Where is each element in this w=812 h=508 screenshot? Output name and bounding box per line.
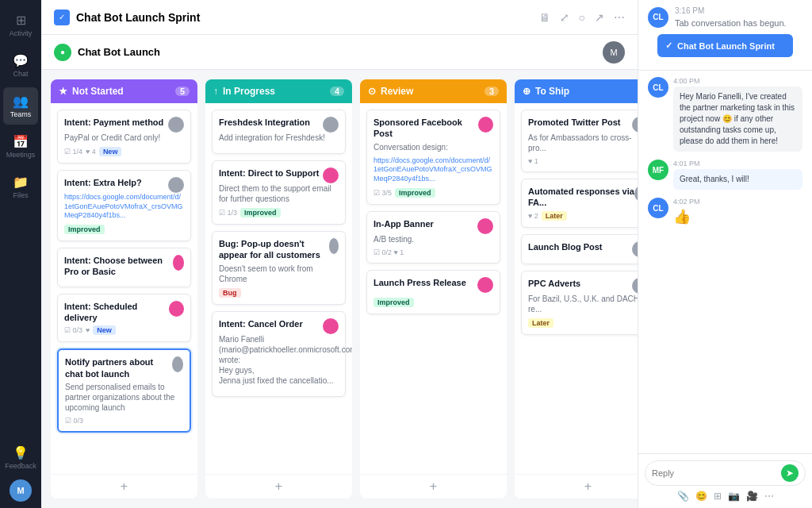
card-desc: As for Ambassadors to cross-pro... <box>528 133 638 153</box>
emoji-icon[interactable]: 😊 <box>695 491 707 502</box>
not-started-cards: Intent: Payment method PayPal or Credit … <box>51 103 197 471</box>
add-card-review[interactable]: + <box>360 474 507 498</box>
new-badge: New <box>99 147 122 156</box>
more-tools-icon[interactable]: ⋯ <box>764 491 774 502</box>
to-ship-cards: Promoted Twitter Post As for Ambassadors… <box>515 103 638 471</box>
card-avatar <box>323 318 339 334</box>
card-stat: ☑ 0/2 ♥ 1 <box>373 248 404 256</box>
expand-icon[interactable]: ⤢ <box>560 11 569 24</box>
card-footer: Improved <box>64 225 184 234</box>
not-started-count: 5 <box>175 87 190 96</box>
card-extra-help[interactable]: Intent: Extra Help? https://docs.google.… <box>57 170 191 241</box>
circle-icon[interactable]: ○ <box>579 11 585 24</box>
card-desc: Conversation design: <box>373 142 493 152</box>
feedback-icon: 💡 <box>13 445 29 460</box>
card-freshdesk[interactable]: Freshdesk Integration Add integration fo… <box>212 110 346 154</box>
card-facebook-post[interactable]: Sponsored Facebook Post Conversation des… <box>366 110 500 205</box>
chat-body-2: 4:02 PM 👍 <box>673 198 802 227</box>
chat-text-1: Great, thanks, I will! <box>673 169 802 190</box>
chat-system-time: 3:16 PM <box>675 6 787 15</box>
to-ship-icon: ⊕ <box>523 86 530 97</box>
card-desc: Add integration for Freshdesk! <box>219 133 339 143</box>
card-likes: ♥ 1 <box>528 157 538 165</box>
card-footer: ☑ 0/3 <box>65 417 183 425</box>
grid-icon[interactable]: ⊞ <box>714 491 722 502</box>
chat-messages: CL 4:00 PM Hey Mario Fanelli, I've creat… <box>638 71 812 453</box>
review-count: 3 <box>485 87 499 96</box>
card-avatar <box>329 238 339 254</box>
more-icon[interactable]: ⋯ <box>614 11 625 24</box>
sidebar-label-files: Files <box>13 191 28 199</box>
column-header-in-progress: ↑ In Progress 4 <box>205 79 352 103</box>
card-footer: ☑ 1/4 ♥ 4 New <box>64 147 184 156</box>
sidebar-label-meetings: Meetings <box>6 151 36 159</box>
card-avatar <box>477 277 493 293</box>
sidebar-label-teams: Teams <box>10 110 32 118</box>
chat-input-area: ➤ 📎 😊 ⊞ 📷 🎥 ⋯ <box>638 453 812 508</box>
card-cancel-order[interactable]: Intent: Cancel Order Mario Fanelli (mari… <box>212 311 346 397</box>
user-avatar[interactable]: M <box>10 479 32 502</box>
card-in-app-banner[interactable]: In-App Banner A/B testing. ☑ 0/2 ♥ 1 <box>366 211 500 264</box>
main-area: ✓ Chat Bot Launch Sprint 🖥 ⤢ ○ ↗ ⋯ ● Cha… <box>41 0 638 508</box>
project-avatar[interactable]: M <box>603 41 625 64</box>
card-title: Sponsored Facebook Post <box>373 117 478 140</box>
teams-icon: 👥 <box>13 94 29 109</box>
card-avatar <box>168 177 184 193</box>
video-icon[interactable]: 🎥 <box>746 491 758 502</box>
card-scheduled-delivery[interactable]: Intent: Scheduled delivery ☑ 0/3 ♥ New <box>57 294 191 343</box>
column-review: ⊙ Review 3 Sponsored Facebook Post Conve… <box>360 79 507 498</box>
add-card-to-ship[interactable]: + <box>515 474 638 498</box>
card-title: Intent: Direct to Support <box>219 167 320 179</box>
card-payment-method[interactable]: Intent: Payment method PayPal or Credit … <box>57 110 191 164</box>
chat-input[interactable] <box>652 468 776 478</box>
card-automated-responses[interactable]: Automated responses via FA... ♥ 2 Later <box>521 179 638 228</box>
add-card-in-progress[interactable]: + <box>205 474 352 498</box>
chat-launch-label: Chat Bot Launch Sprint <box>677 41 775 51</box>
camera-icon[interactable]: 📷 <box>728 491 740 502</box>
chat-launch-button[interactable]: ✓ Chat Bot Launch Sprint <box>657 34 793 57</box>
card-ppc-adverts[interactable]: PPC Adverts For Bazil, U.S., U.K. and DA… <box>521 271 638 335</box>
chat-message-0: CL 4:00 PM Hey Mario Fanelli, I've creat… <box>648 77 802 152</box>
improved-badge: Improved <box>64 225 105 234</box>
card-title: Freshdesk Integration <box>219 117 310 128</box>
card-popup-bug[interactable]: Bug: Pop-up doesn't appear for all custo… <box>212 231 346 305</box>
chat-time-1: 4:01 PM <box>673 160 802 167</box>
meetings-icon: 📅 <box>13 134 29 149</box>
share-icon[interactable]: ↗ <box>595 11 604 24</box>
card-stat: ☑ 0/3 <box>64 326 82 334</box>
add-card-not-started[interactable]: + <box>51 474 197 498</box>
card-title: Notify partners about chat bot launch <box>65 356 172 379</box>
card-footer: ☑ 1/3 Improved <box>219 208 339 217</box>
card-press-release[interactable]: Launch Press Release Improved <box>366 270 500 314</box>
chat-send-button[interactable]: ➤ <box>781 464 799 482</box>
card-notify-partners[interactable]: Notify partners about chat bot launch Se… <box>57 348 191 433</box>
card-title: Launch Press Release <box>373 277 466 288</box>
column-header-to-ship: ⊕ To Ship <box>515 79 638 103</box>
chat-header: CL 3:16 PM Tab conversation has begun. ✓… <box>638 0 812 71</box>
sidebar-item-files[interactable]: 📁 Files <box>3 168 38 206</box>
review-icon: ⊙ <box>368 86 376 97</box>
card-desc: Send personalised emails to partner orga… <box>65 382 183 413</box>
column-to-ship: ⊕ To Ship Promoted Twitter Post As for A… <box>515 79 638 498</box>
sidebar-item-teams[interactable]: 👥 Teams <box>3 87 38 125</box>
card-pro-basic[interactable]: Intent: Choose between Pro or Basic <box>57 248 191 287</box>
column-in-progress: ↑ In Progress 4 Freshdesk Integration Ad… <box>205 79 352 498</box>
board: ★ Not Started 5 Intent: Payment method P… <box>41 70 638 508</box>
sidebar-item-chat[interactable]: 💬 Chat <box>3 47 38 84</box>
sidebar-item-meetings[interactable]: 📅 Meetings <box>3 128 38 165</box>
card-title: Intent: Scheduled delivery <box>64 301 169 324</box>
card-direct-support[interactable]: Intent: Direct to Support Direct them to… <box>212 160 346 225</box>
card-blog-post[interactable]: Launch Blog Post <box>521 234 638 264</box>
chat-body-1: 4:01 PM Great, thanks, I will! <box>673 160 802 190</box>
card-footer: Bug <box>219 288 339 298</box>
sidebar-item-activity[interactable]: ⊞ Activity <box>3 6 38 44</box>
attachment-icon[interactable]: 📎 <box>677 491 689 502</box>
project-header: ● Chat Bot Launch M <box>41 35 638 70</box>
sidebar-item-feedback[interactable]: 💡 Feedback <box>3 439 38 476</box>
in-progress-icon: ↑ <box>213 86 218 97</box>
monitor-icon[interactable]: 🖥 <box>539 11 550 24</box>
improved-badge: Improved <box>240 208 281 217</box>
card-twitter-post[interactable]: Promoted Twitter Post As for Ambassadors… <box>521 110 638 172</box>
card-title: PPC Adverts <box>528 278 580 289</box>
to-ship-label: To Ship <box>535 86 569 97</box>
